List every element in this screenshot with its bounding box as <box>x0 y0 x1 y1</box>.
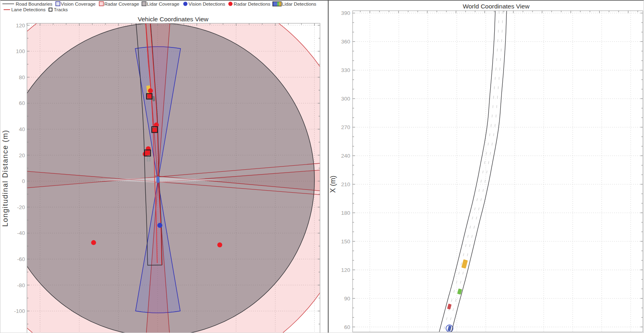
svg-text:40: 40 <box>19 126 25 132</box>
svg-text:90: 90 <box>344 296 350 302</box>
svg-text:Vision Detections: Vision Detections <box>189 1 225 7</box>
svg-text:-20: -20 <box>17 204 25 210</box>
svg-text:270: 270 <box>341 124 350 130</box>
svg-text:180: 180 <box>341 210 350 216</box>
svg-text:360: 360 <box>341 39 350 45</box>
svg-text:-100: -100 <box>14 308 25 314</box>
svg-text:20: 20 <box>19 152 25 158</box>
svg-text:330: 330 <box>341 67 350 73</box>
svg-text:Lidar Detections: Lidar Detections <box>282 1 316 7</box>
svg-text:-60: -60 <box>17 256 25 262</box>
svg-text:Tracks: Tracks <box>54 7 68 12</box>
svg-text:Radar Coverage: Radar Coverage <box>104 1 139 7</box>
svg-text:300: 300 <box>341 96 350 102</box>
svg-text:Lane Detections: Lane Detections <box>11 7 45 12</box>
svg-text:150: 150 <box>341 238 350 245</box>
svg-text:240: 240 <box>341 153 350 159</box>
svg-text:60: 60 <box>19 100 25 106</box>
svg-text:120: 120 <box>16 23 25 29</box>
svg-text:-40: -40 <box>17 230 25 236</box>
svg-text:100: 100 <box>16 48 25 54</box>
svg-text:390: 390 <box>341 10 350 16</box>
svg-text:80: 80 <box>19 74 25 80</box>
svg-text:Road Boundaries: Road Boundaries <box>16 1 52 7</box>
svg-text:Vehicle Coordinates View: Vehicle Coordinates View <box>138 16 208 23</box>
svg-text:Lidar Coverage: Lidar Coverage <box>147 1 180 7</box>
svg-text:World Coordinates View: World Coordinates View <box>463 3 530 10</box>
svg-text:Vision Coverage: Vision Coverage <box>61 1 96 7</box>
svg-text:X (m): X (m) <box>329 176 337 193</box>
svg-text:210: 210 <box>341 181 350 187</box>
svg-text:-80: -80 <box>17 282 25 288</box>
svg-text:Longitudinal Distance (m): Longitudinal Distance (m) <box>1 130 9 227</box>
svg-text:Radar Detections: Radar Detections <box>234 1 270 7</box>
svg-text:120: 120 <box>341 267 350 273</box>
svg-text:0: 0 <box>22 178 25 184</box>
svg-text:60: 60 <box>344 324 350 330</box>
